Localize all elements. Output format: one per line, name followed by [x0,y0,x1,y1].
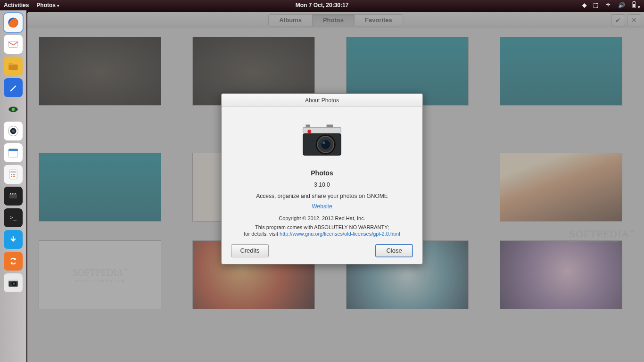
svg-rect-14 [8,149,18,151]
close-button[interactable]: Close [375,244,413,257]
dialog-warranty: This program comes with ABSOLUTELY NO WA… [231,224,413,238]
svg-rect-6 [8,63,13,66]
svg-rect-24 [9,194,17,198]
credits-button[interactable]: Credits [231,244,269,257]
svg-point-50 [322,141,325,144]
svg-point-35 [15,346,16,347]
clock[interactable]: Mon 7 Oct, 20:30:17 [296,2,349,8]
photos-app-icon[interactable] [4,273,23,292]
svg-point-12 [12,130,15,133]
brush-icon[interactable] [4,78,23,97]
svg-point-20 [11,176,12,177]
dialog-version: 3.10.0 [231,181,413,188]
videos-icon[interactable] [4,187,23,206]
svg-point-18 [13,174,14,175]
svg-rect-44 [327,124,333,127]
dropbox-icon[interactable]: ◆ [582,2,586,8]
dialog-app-name: Photos [231,169,413,177]
svg-point-33 [10,346,12,347]
svg-point-45 [307,130,311,133]
battery-icon[interactable] [632,1,640,10]
eye-icon[interactable] [4,100,23,119]
files-icon[interactable] [4,57,23,75]
svg-point-34 [12,346,14,347]
activities-button[interactable]: Activities [4,2,29,8]
svg-point-37 [12,348,14,349]
svg-point-36 [10,348,12,349]
terminal-icon[interactable]: >_ [4,208,23,227]
update-icon[interactable]: ⬚ [593,2,598,8]
camera-icon [299,117,345,163]
svg-rect-28 [7,255,19,267]
wifi-icon[interactable] [605,2,611,8]
svg-rect-4 [8,41,18,48]
svg-point-21 [13,176,14,177]
apps-grid-icon[interactable] [4,339,23,358]
app-menu-button[interactable]: Photos [36,2,59,8]
dialog-title: About Photos [222,94,422,107]
svg-point-39 [10,350,12,352]
volume-icon[interactable]: 🔊 [618,2,625,8]
svg-point-9 [12,108,15,111]
svg-text:>_: >_ [10,214,17,221]
camera-app-icon[interactable] [4,122,23,140]
sync-icon[interactable] [4,252,23,271]
svg-point-49 [321,140,330,149]
svg-point-38 [15,348,16,349]
license-link[interactable]: http://www.gnu.org/licenses/old-licenses… [280,231,400,237]
svg-rect-5 [8,65,18,70]
firefox-icon[interactable] [4,13,23,32]
website-link[interactable]: Website [312,203,332,210]
svg-point-41 [15,350,16,352]
svg-point-19 [14,174,15,175]
svg-rect-1 [633,4,635,7]
svg-rect-16 [10,171,16,173]
svg-rect-30 [8,280,18,281]
svg-point-22 [14,176,15,177]
calendar-icon[interactable] [4,143,23,162]
about-dialog: About Photos Photos 3.10.0 Access, organ… [221,93,423,264]
svg-point-17 [11,174,12,175]
launcher-dock: >_ [0,10,26,362]
download-icon[interactable] [4,230,23,249]
top-panel: Activities Photos Mon 7 Oct, 20:30:17 ◆ … [0,0,644,10]
dialog-description: Access, organize and share your photos o… [231,193,413,199]
svg-rect-2 [633,1,635,2]
dialog-copyright: Copyright © 2012, 2013 Red Hat, Inc. [231,215,413,221]
mail-icon[interactable] [4,35,23,54]
svg-point-40 [12,350,14,352]
svg-rect-43 [305,124,310,127]
calculator-icon[interactable] [4,165,23,184]
svg-point-32 [13,282,15,285]
